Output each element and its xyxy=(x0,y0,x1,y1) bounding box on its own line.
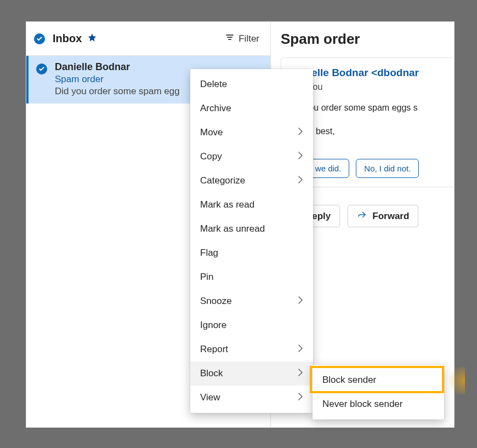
ctx-item-categorize[interactable]: Categorize xyxy=(190,169,313,193)
message-sender: Danielle Bodnar xyxy=(55,61,180,73)
ctx-item-snooze[interactable]: Snooze xyxy=(190,289,313,313)
ctx-item-label: Archive xyxy=(200,103,231,114)
ctx-item-ignore[interactable]: Ignore xyxy=(190,313,313,337)
ctx-item-label: Move xyxy=(200,127,223,138)
context-menu[interactable]: DeleteArchiveMoveCopyCategorizeMark as r… xyxy=(190,69,313,413)
forward-icon xyxy=(357,210,367,222)
select-all-icon[interactable] xyxy=(34,33,45,44)
forward-label: Forward xyxy=(372,211,409,222)
ctx-item-flag[interactable]: Flag xyxy=(190,241,313,265)
reading-subject: Spam order xyxy=(281,31,454,48)
message-body: Did you order some spam eggs s All the b… xyxy=(289,102,454,149)
ctx-item-archive[interactable]: Archive xyxy=(190,96,313,120)
ctx-item-label: Block xyxy=(200,368,223,379)
message-summary: Danielle Bodnar Spam order Did you order… xyxy=(55,61,180,97)
submenu-item-never-block-sender[interactable]: Never block sender xyxy=(313,392,444,416)
ctx-item-label: Copy xyxy=(200,151,222,162)
filter-icon xyxy=(225,33,234,44)
ctx-item-label: Mark as read xyxy=(200,199,254,210)
ctx-item-label: Ignore xyxy=(200,320,226,331)
chevron-right-icon xyxy=(298,296,303,307)
filter-button[interactable]: Filter xyxy=(225,33,259,44)
message-subject: Spam order xyxy=(55,74,180,85)
ctx-item-label: Flag xyxy=(200,248,218,259)
block-submenu[interactable]: Block senderNever block sender xyxy=(313,365,444,420)
ctx-item-label: Pin xyxy=(200,272,214,283)
ctx-item-delete[interactable]: Delete xyxy=(190,72,313,96)
ctx-item-label: View xyxy=(200,392,220,403)
to-line: To: You xyxy=(289,82,454,92)
message-preview: Did you order some spam egg xyxy=(55,86,180,97)
inbox-header: Inbox Filter xyxy=(26,22,270,56)
ctx-item-label: Delete xyxy=(200,79,227,90)
ctx-item-label: Snooze xyxy=(200,296,232,307)
ctx-item-label: Report xyxy=(200,344,228,355)
ctx-item-mark-as-read[interactable]: Mark as read xyxy=(190,193,313,217)
ctx-item-pin[interactable]: Pin xyxy=(190,265,313,289)
ctx-item-label: Categorize xyxy=(200,175,245,186)
from-line[interactable]: Danielle Bodnar <dbodnar xyxy=(289,67,454,79)
favorite-star-icon[interactable] xyxy=(87,33,97,45)
filter-label: Filter xyxy=(238,33,259,44)
forward-button[interactable]: Forward xyxy=(348,205,418,227)
submenu-item-block-sender[interactable]: Block sender xyxy=(313,368,444,392)
chevron-right-icon xyxy=(298,151,303,162)
ctx-item-view[interactable]: View xyxy=(190,386,313,410)
ctx-item-label: Mark as unread xyxy=(200,223,265,234)
chevron-right-icon xyxy=(298,368,303,379)
chevron-right-icon xyxy=(298,127,303,138)
message-selected-icon[interactable] xyxy=(36,64,47,74)
chevron-right-icon xyxy=(298,344,303,355)
chevron-right-icon xyxy=(298,392,303,403)
suggested-reply-2[interactable]: No, I did not. xyxy=(356,159,419,178)
ctx-item-copy[interactable]: Copy xyxy=(190,145,313,169)
ctx-item-move[interactable]: Move xyxy=(190,120,313,145)
folder-title: Inbox xyxy=(53,32,82,45)
ctx-item-mark-as-unread[interactable]: Mark as unread xyxy=(190,217,313,241)
chevron-right-icon xyxy=(298,175,303,186)
suggested-replies: Yes, we did. No, I did not. xyxy=(289,159,454,178)
highlight-glow xyxy=(445,367,465,394)
ctx-item-report[interactable]: Report xyxy=(190,337,313,361)
ctx-item-block[interactable]: Block xyxy=(190,361,313,386)
